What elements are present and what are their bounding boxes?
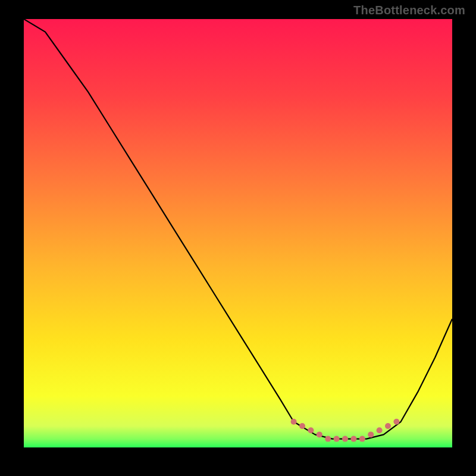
data-marker [368, 431, 374, 437]
chart-svg [24, 19, 452, 447]
data-marker [359, 436, 365, 442]
bottleneck-curve [24, 19, 452, 439]
data-marker [308, 427, 314, 433]
data-marker [350, 436, 356, 442]
data-marker [393, 419, 399, 425]
data-marker [334, 436, 340, 442]
chart-container: TheBottleneck.com [0, 0, 476, 476]
data-marker [385, 423, 391, 429]
data-marker [317, 431, 322, 437]
data-marker [291, 419, 297, 425]
data-marker [377, 427, 383, 433]
data-marker [325, 436, 331, 442]
plot-area [24, 19, 452, 447]
data-marker [299, 423, 305, 429]
watermark-text: TheBottleneck.com [353, 4, 465, 17]
data-marker [342, 436, 348, 442]
